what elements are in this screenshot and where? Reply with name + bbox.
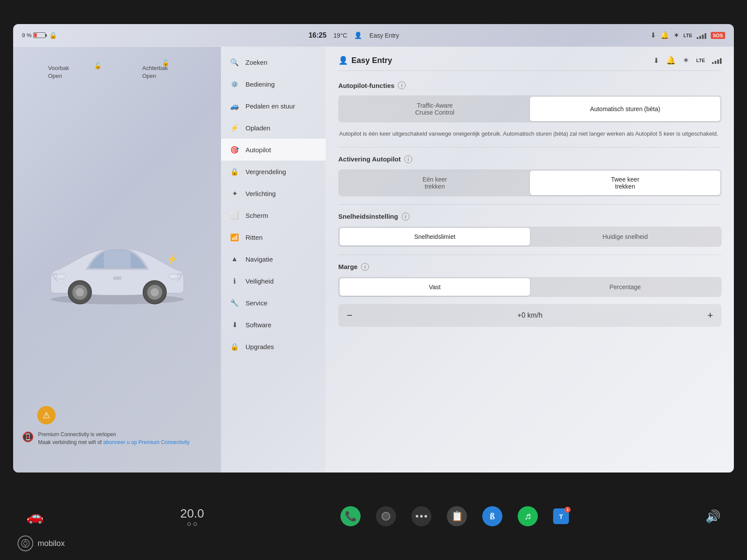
menu-item-navigatie[interactable]: ▲ Navigatie [221, 248, 326, 270]
mobilox-watermark: mobilox [18, 536, 65, 551]
mobilox-logo-icon [18, 536, 33, 551]
menu-item-service[interactable]: 🔧 Service [221, 292, 326, 314]
battery-indicator: 9 % [22, 32, 46, 38]
activering-info-icon[interactable]: i [404, 155, 412, 163]
snelheid-group: Snelheidslimiet Huidige snelheid [338, 227, 722, 247]
software-icon: ⬇ [230, 320, 239, 329]
divider-2 [338, 204, 722, 205]
autopilot-icon: 🎯 [230, 145, 239, 154]
menu-item-bediening[interactable]: ⚙️ Bediening [221, 73, 326, 95]
search-icon: 🔍 [230, 57, 239, 67]
taskbar-car[interactable]: 🚗 [26, 508, 44, 525]
menu-item-opladen[interactable]: ⚡ Opladen [221, 117, 326, 139]
speed-minus-btn[interactable]: − [338, 304, 361, 327]
taskbar-spotify[interactable]: ♬ [518, 506, 538, 526]
menu-item-verlichting[interactable]: ✦ Verlichting [221, 182, 326, 204]
marge-info-icon[interactable]: i [361, 263, 369, 271]
achterbak-label: Achterbak Open [142, 64, 168, 80]
taskbar-volume[interactable]: 🔊 [705, 509, 721, 524]
header-download-icon: ⬇ [653, 56, 659, 65]
menu-label-zoeken: Zoeken [245, 59, 267, 66]
download-icon: ⬇ [650, 31, 656, 39]
spotify-icon: ♬ [524, 511, 532, 522]
warning-badge: ⚠ [37, 406, 56, 424]
menu-label-software: Software [245, 321, 271, 329]
svg-point-9 [56, 274, 66, 279]
header-bar-2 [715, 61, 716, 64]
taskbar-bluetooth[interactable]: ß [482, 506, 502, 526]
btn-snelheidslimiet[interactable]: Snelheidslimiet [340, 228, 530, 245]
battery-percent: 9 % [22, 32, 32, 38]
bell-icon: 🔔 [660, 31, 669, 39]
connectivity-text: Premium Connectivity is verlopen Maak ve… [38, 430, 189, 446]
menu-item-vergrendeling[interactable]: 🔒 Vergrendeling [221, 161, 326, 182]
menu-label-navigatie: Navigatie [245, 256, 273, 263]
taskbar-t1[interactable]: T 1 [553, 508, 569, 524]
speed-dot-2 [193, 522, 197, 526]
taskbar-files[interactable]: 📋 [447, 506, 467, 526]
autopilot-info-icon[interactable]: i [398, 81, 406, 89]
menu-label-bediening: Bediening [245, 80, 275, 88]
main-content: Voorbak Open Achterbak Open 🔓 🔓 [13, 47, 734, 472]
connectivity-message: 📵 Premium Connectivity is verlopen Maak … [22, 430, 212, 446]
btn-percentage[interactable]: Percentage [530, 278, 720, 296]
menu-item-pedalen[interactable]: 🚙 Pedalen en stuur [221, 95, 326, 117]
settings-icons-right: ⬇ 🔔 ✶ LTE [653, 56, 722, 65]
settings-panel: 👤 Easy Entry ⬇ 🔔 ✶ LTE [326, 47, 734, 472]
menu-item-scherm[interactable]: ⬜ Scherm [221, 204, 326, 226]
snelheid-info-icon[interactable]: i [402, 213, 410, 220]
settings-title: 👤 Easy Entry [338, 56, 392, 65]
voorbak-label: Voorbak Open [48, 64, 69, 80]
mobilox-circle-svg [21, 539, 30, 548]
status-right: ⬇ 🔔 ✶ LTE SOS [650, 31, 725, 39]
btn-traffic-aware[interactable]: Traffic-Aware Cruise Control [340, 97, 530, 121]
t1-badge-count: 1 [565, 507, 571, 513]
menu-panel: 🔍 Zoeken ⚙️ Bediening 🚙 Pedalen en stuur… [221, 47, 326, 472]
status-time: 16:25 [309, 32, 326, 39]
menu-item-upgrades[interactable]: 🔒 Upgrades [221, 336, 326, 357]
speed-dot-1 [187, 522, 191, 526]
menu-label-scherm: Scherm [245, 212, 268, 219]
status-left: 9 % 🔒 [22, 32, 57, 39]
ritten-icon: 📶 [230, 232, 239, 242]
upgrades-icon: 🔒 [230, 342, 239, 351]
svg-point-10 [168, 274, 178, 279]
status-bar: 9 % 🔒 16:25 19°C 👤 Easy Entry ⬇ 🔔 ✶ LTE [13, 24, 734, 47]
btn-huidige-snelheid[interactable]: Huidige snelheid [530, 228, 720, 245]
header-bar-3 [717, 60, 719, 64]
marge-group: Vast Percentage [338, 277, 722, 297]
btn-vast[interactable]: Vast [340, 278, 530, 296]
header-lte: LTE [696, 58, 705, 63]
menu-item-veiligheid[interactable]: ℹ Veiligheid [221, 270, 326, 292]
battery-fill [34, 33, 36, 37]
menu-item-software[interactable]: ⬇ Software [221, 314, 326, 336]
speed-display: 20.0 [180, 507, 204, 521]
speed-plus-btn[interactable]: + [699, 304, 722, 327]
voorbak-label-container: Voorbak Open [48, 64, 69, 80]
btn-twee-keer[interactable]: Twee keer trekken [530, 171, 720, 195]
bediening-icon: ⚙️ [230, 79, 239, 89]
autopilot-warning-text: Autopilot is één keer uitgeschakeld vanw… [338, 130, 722, 138]
menu-item-zoeken[interactable]: 🔍 Zoeken [221, 51, 326, 73]
main-screen: 9 % 🔒 16:25 19°C 👤 Easy Entry ⬇ 🔔 ✶ LTE [13, 24, 734, 472]
btn-een-keer[interactable]: Eén keer trekken [340, 171, 530, 195]
menu-item-autopilot[interactable]: 🎯 Autopilot [221, 139, 326, 161]
lock-achterbak-icon: 🔓 [162, 59, 169, 66]
verlichting-icon: ✦ [230, 189, 239, 198]
connectivity-link[interactable]: abonneer u op Premium Connectivity [103, 439, 189, 445]
menu-item-ritten[interactable]: 📶 Ritten [221, 226, 326, 248]
taskbar-camera[interactable] [376, 506, 396, 526]
dot-2 [420, 515, 423, 518]
activering-title: Activering Autopilot i [338, 155, 722, 163]
btn-auto-sturen[interactable]: Automatisch sturen (bèta) [530, 97, 720, 121]
car-panel: Voorbak Open Achterbak Open 🔓 🔓 [13, 47, 221, 472]
taskbar-dots-menu[interactable] [411, 506, 431, 526]
signal-bar-2 [699, 36, 701, 39]
easy-entry-label: Easy Entry [369, 32, 399, 39]
svg-point-14 [24, 542, 27, 545]
scherm-icon: ⬜ [230, 210, 239, 220]
camera-circle-icon [382, 512, 390, 521]
divider-1 [338, 147, 722, 147]
taskbar-phone[interactable]: 📞 [340, 506, 361, 526]
car-illustration: ⚡ [34, 212, 200, 308]
